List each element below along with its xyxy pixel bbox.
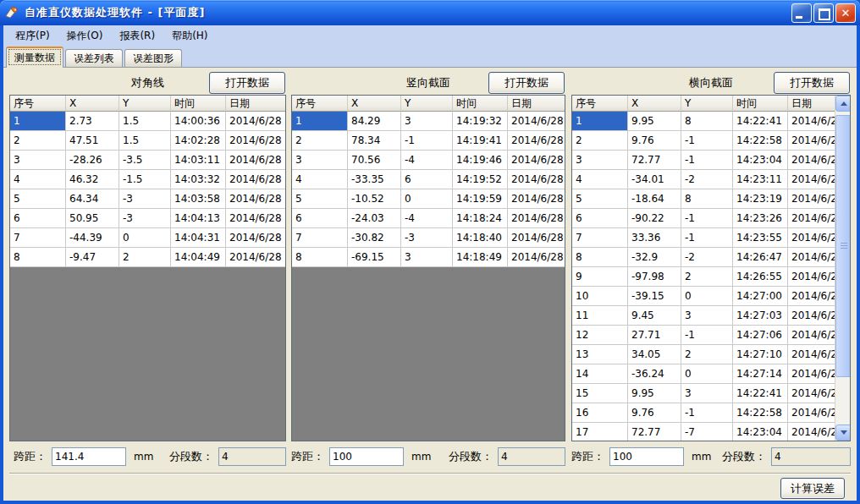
table-cell[interactable]: 2014/6/28 [788, 131, 835, 151]
column-header[interactable]: 日期 [788, 96, 835, 112]
table-cell[interactable]: 9.95 [628, 384, 681, 403]
table-cell[interactable]: 2014/6/28 [508, 228, 565, 248]
table-cell[interactable]: 2014/6/28 [226, 189, 285, 209]
table-cell[interactable]: -3 [119, 209, 171, 228]
table-cell[interactable]: 2014/6/28 [226, 248, 285, 267]
table-cell[interactable]: 5 [572, 189, 628, 209]
table-cell[interactable]: 2014/6/28 [508, 170, 565, 189]
column-header[interactable]: 日期 [508, 96, 565, 112]
table-cell[interactable]: 9.76 [628, 131, 681, 151]
open-data-button-horizontal[interactable]: 打开数据 [774, 72, 850, 94]
table-cell[interactable]: 2014/6/28 [508, 151, 565, 170]
table-cell[interactable]: 2 [10, 131, 66, 151]
table-cell[interactable]: 11 [572, 306, 628, 326]
table-cell[interactable]: 72.77 [628, 423, 681, 441]
column-header[interactable]: X [348, 96, 401, 112]
table-cell[interactable]: 3 [401, 248, 453, 267]
table-cell[interactable]: 14:27:00 [733, 287, 788, 306]
maximize-button[interactable] [813, 3, 834, 23]
column-header[interactable]: 时间 [733, 96, 788, 112]
table-cell[interactable]: 4 [10, 170, 66, 189]
table-cell[interactable]: 3 [401, 112, 453, 131]
table-cell[interactable]: 2014/6/28 [788, 112, 835, 131]
table-cell[interactable]: 2014/6/28 [788, 189, 835, 209]
table-cell[interactable]: -44.39 [66, 228, 119, 248]
table-cell[interactable]: 2 [292, 131, 348, 151]
table-cell[interactable]: -39.15 [628, 287, 681, 306]
scrollbar-thumb[interactable] [835, 115, 851, 377]
table-cell[interactable]: 14:02:28 [171, 131, 226, 151]
table-cell[interactable]: -2 [681, 248, 733, 267]
table-cell[interactable]: -1 [681, 228, 733, 248]
table-cell[interactable]: 14:03:58 [171, 189, 226, 209]
table-cell[interactable]: 2014/6/28 [226, 151, 285, 170]
tab-measure-data[interactable]: 测量数据 [6, 47, 63, 68]
table-cell[interactable]: 7 [572, 228, 628, 248]
table-cell[interactable]: 0 [119, 228, 171, 248]
table-cell[interactable]: 3 [681, 384, 733, 403]
segments-input-vertical[interactable] [498, 447, 565, 466]
table-cell[interactable]: 8 [292, 248, 348, 267]
calculate-error-button[interactable]: 计算误差 [780, 478, 845, 499]
table-cell[interactable]: 14:22:58 [733, 131, 788, 151]
table-cell[interactable]: 13 [572, 345, 628, 364]
table-cell[interactable]: 14:22:41 [733, 384, 788, 403]
menu-report[interactable]: 报表(R) [111, 26, 163, 46]
segments-input-horizontal[interactable] [771, 447, 851, 466]
scrollbar-down-button[interactable] [835, 425, 851, 441]
table-cell[interactable]: 3 [10, 151, 66, 170]
table-cell[interactable]: 14:22:41 [733, 112, 788, 131]
table-cell[interactable]: 2 [681, 345, 733, 364]
table-cell[interactable]: 3 [292, 151, 348, 170]
table-cell[interactable]: 2014/6/28 [788, 403, 835, 423]
table-cell[interactable]: 14:23:04 [733, 423, 788, 441]
table-cell[interactable]: 8 [681, 189, 733, 209]
table-cell[interactable]: 2014/6/28 [226, 170, 285, 189]
table-cell[interactable]: -4 [401, 151, 453, 170]
table-cell[interactable]: 14:19:46 [453, 151, 508, 170]
table-cell[interactable]: 14:19:59 [453, 189, 508, 209]
table-cell[interactable]: 14:27:10 [733, 345, 788, 364]
table-cell[interactable]: -3.5 [119, 151, 171, 170]
table-cell[interactable]: 14:26:47 [733, 248, 788, 267]
table-cell[interactable]: -9.47 [66, 248, 119, 267]
span-input-diagonal[interactable] [52, 447, 126, 466]
table-cell[interactable]: -10.52 [348, 189, 401, 209]
table-cell[interactable]: 14:22:58 [733, 403, 788, 423]
table-cell[interactable]: 2014/6/28 [788, 384, 835, 403]
column-header[interactable]: Y [681, 96, 733, 112]
menu-program[interactable]: 程序(P) [7, 26, 58, 46]
table-cell[interactable]: 6 [10, 209, 66, 228]
table-cell[interactable]: 14:27:06 [733, 326, 788, 345]
table-cell[interactable]: -97.98 [628, 267, 681, 287]
table-cell[interactable]: 2014/6/28 [226, 228, 285, 248]
column-header[interactable]: Y [401, 96, 453, 112]
table-cell[interactable]: -1.5 [119, 170, 171, 189]
table-cell[interactable]: 2014/6/28 [788, 423, 835, 441]
table-cell[interactable]: 3 [572, 151, 628, 170]
table-cell[interactable]: 14:18:40 [453, 228, 508, 248]
table-cell[interactable]: 2014/6/28 [508, 112, 565, 131]
table-cell[interactable]: 2014/6/28 [788, 345, 835, 364]
table-cell[interactable]: 64.34 [66, 189, 119, 209]
table-cell[interactable]: 1.5 [119, 112, 171, 131]
column-header[interactable]: 时间 [171, 96, 226, 112]
table-cell[interactable]: -1 [681, 403, 733, 423]
table-cell[interactable]: -3 [119, 189, 171, 209]
table-cell[interactable]: -1 [401, 131, 453, 151]
table-cell[interactable]: 2014/6/28 [508, 248, 565, 267]
table-cell[interactable]: -1 [681, 326, 733, 345]
table-cell[interactable]: -7 [681, 423, 733, 441]
span-input-vertical[interactable] [329, 447, 404, 466]
table-cell[interactable]: -69.15 [348, 248, 401, 267]
column-header[interactable]: X [628, 96, 681, 112]
table-cell[interactable]: 2014/6/28 [788, 306, 835, 326]
table-cell[interactable]: 10 [572, 287, 628, 306]
table-cell[interactable]: -90.22 [628, 209, 681, 228]
table-cell[interactable]: 3 [681, 306, 733, 326]
table-cell[interactable]: -30.82 [348, 228, 401, 248]
table-cell[interactable]: 2014/6/28 [788, 228, 835, 248]
menu-operate[interactable]: 操作(O) [58, 26, 112, 46]
table-cell[interactable]: 8 [10, 248, 66, 267]
column-header[interactable]: 日期 [226, 96, 285, 112]
